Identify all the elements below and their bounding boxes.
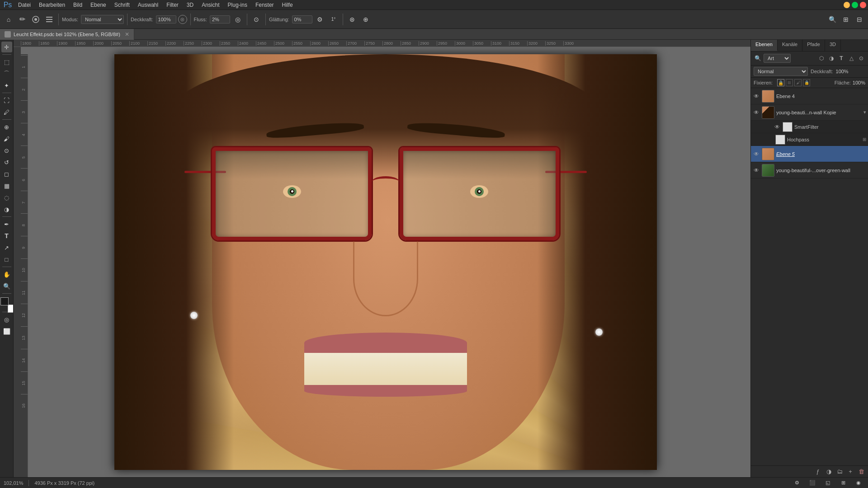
brush-tool[interactable]: 🖌 — [1, 133, 12, 144]
shape-tool[interactable]: □ — [1, 254, 12, 265]
type-tool[interactable]: T — [1, 230, 12, 241]
background-color[interactable] — [8, 305, 14, 313]
pressure-opacity-icon[interactable]: ◎ — [178, 15, 187, 24]
status-icon-4[interactable]: ⊞ — [837, 477, 849, 488]
menu-bearbeiten[interactable]: Bearbeiten — [35, 1, 69, 9]
path-selection-tool[interactable]: ↗ — [1, 242, 12, 253]
tab-kanale[interactable]: Kanäle — [778, 40, 802, 51]
visibility-ebene4[interactable]: 👁 — [753, 93, 760, 100]
brush-options-icon[interactable] — [43, 14, 55, 25]
search-icon[interactable]: 🔍 — [826, 14, 838, 25]
marquee-tool[interactable]: ⬚ — [1, 56, 12, 67]
status-icon-5[interactable]: ◉ — [853, 477, 864, 488]
menu-bild[interactable]: Bild — [70, 1, 86, 9]
zoom-tool[interactable]: 🔍 — [1, 281, 12, 291]
layer-young-kopie[interactable]: 👁 young-beauti...n-wall Kopie ▾ — [751, 104, 868, 121]
menu-fenster[interactable]: Fenster — [252, 1, 278, 9]
new-fill-button[interactable]: ◑ — [824, 467, 834, 476]
eyedropper-tool[interactable]: 🖊 — [1, 107, 12, 117]
dodge-tool[interactable]: ◑ — [1, 204, 12, 215]
airbrush-icon[interactable]: ⊙ — [250, 14, 262, 25]
sublayer-smartfilter[interactable]: 👁 SmartFilter — [751, 121, 868, 133]
maximize-button[interactable]: □ — [852, 2, 858, 8]
brush-angle-icon[interactable]: 1° — [328, 14, 340, 25]
pressure-size-icon[interactable]: ⊕ — [360, 14, 372, 25]
eraser-tool[interactable]: ◻ — [1, 169, 12, 179]
gradient-tool[interactable]: ▦ — [1, 180, 12, 191]
tab-ebenen[interactable]: Ebenen — [751, 40, 778, 51]
new-layer-button[interactable]: + — [845, 467, 855, 476]
pressure-flow-icon[interactable]: ◎ — [232, 14, 244, 25]
menu-auswahl[interactable]: Auswahl — [134, 1, 162, 9]
move-tool[interactable]: ✛ — [1, 42, 12, 52]
filter-adj-icon[interactable]: ◑ — [827, 54, 835, 62]
minimize-button[interactable]: — — [844, 2, 850, 8]
menu-hilfe[interactable]: Hilfe — [278, 1, 297, 9]
app-icon[interactable]: Ps — [2, 0, 14, 11]
flow-input[interactable] — [210, 15, 230, 23]
opacity-input[interactable] — [156, 15, 176, 23]
menu-filter[interactable]: Filter — [163, 1, 182, 9]
clone-stamp-tool[interactable]: ⊙ — [1, 145, 12, 156]
layer-young-original[interactable]: 👁 young-beautiful-...over-green-wall — [751, 162, 868, 178]
symmetry-icon[interactable]: ⊛ — [346, 14, 358, 25]
menu-plugins[interactable]: Plug-ins — [224, 1, 251, 9]
visibility-ebene5[interactable]: 👁 — [753, 150, 760, 158]
close-button[interactable]: ✕ — [860, 2, 866, 8]
menu-schrift[interactable]: Schrift — [111, 1, 133, 9]
workspace-icon[interactable]: ⊟ — [854, 14, 865, 25]
home-icon[interactable]: ⌂ — [3, 14, 14, 25]
pen-tool[interactable]: ✒ — [1, 219, 12, 230]
status-icon-3[interactable]: ◱ — [822, 477, 834, 488]
visibility-young-original[interactable]: 👁 — [753, 167, 760, 174]
layer-filter-type[interactable]: Art Name Effekt — [764, 54, 791, 63]
visibility-smartfilter[interactable]: 👁 — [774, 123, 781, 131]
zoom-control-icon[interactable]: ⊞ — [840, 14, 852, 25]
filter-shape-icon[interactable]: △ — [847, 54, 855, 62]
menu-ansicht[interactable]: Ansicht — [198, 1, 223, 9]
lasso-tool[interactable]: ⌒ — [1, 68, 12, 79]
delete-layer-button[interactable]: 🗑 — [856, 467, 866, 476]
smoothing-input[interactable] — [292, 15, 312, 23]
menu-3d[interactable]: 3D — [183, 1, 197, 9]
history-brush-tool[interactable]: ↺ — [1, 157, 12, 168]
lock-all-icon[interactable]: 🔒 — [803, 79, 810, 86]
blend-mode-select[interactable]: Normal Multiplizieren Abdunkeln Aufhelle… — [81, 15, 124, 24]
screen-mode-tool[interactable]: ⬜ — [1, 326, 12, 337]
visibility-young-kopie[interactable]: 👁 — [753, 109, 760, 116]
lock-transparent-icon[interactable]: ⊞ — [786, 79, 793, 86]
new-style-button[interactable]: ƒ — [813, 467, 823, 476]
search-filter-icon[interactable]: 🔍 — [754, 54, 762, 62]
blur-tool[interactable]: ◌ — [1, 192, 12, 203]
expand-icon-young-kopie[interactable]: ▾ — [863, 109, 866, 115]
new-group-button[interactable]: 🗂 — [835, 467, 844, 476]
document-tab[interactable]: Leucht Effekt.psdc bei 102% (Ebene 5, RG… — [0, 29, 134, 40]
status-icon-1[interactable]: ⚙ — [791, 477, 803, 488]
healing-tool[interactable]: ⊕ — [1, 122, 12, 132]
sublayer-hochpass[interactable]: Hochpass ⊞ — [751, 133, 868, 146]
filter-pixel-icon[interactable]: ⬡ — [817, 54, 826, 62]
magic-wand-tool[interactable]: ✦ — [1, 80, 12, 91]
lock-position-icon[interactable]: 🔒 — [777, 79, 784, 86]
quick-mask-tool[interactable]: ◎ — [1, 314, 12, 325]
filter-smart-icon[interactable]: ⊙ — [857, 54, 865, 62]
tab-pfade[interactable]: Pfade — [802, 40, 825, 51]
lock-image-icon[interactable]: 🖌 — [794, 79, 802, 86]
hand-tool[interactable]: ✋ — [1, 269, 12, 280]
color-pair[interactable] — [0, 297, 13, 310]
canvas-area[interactable]: 1 2 3 4 5 6 7 8 9 10 11 12 13 14 15 16 — [21, 47, 750, 477]
menu-datei[interactable]: Datei — [14, 1, 34, 9]
foreground-color[interactable] — [0, 297, 9, 305]
layer-ebene4[interactable]: 👁 Ebene 4 — [751, 88, 868, 104]
brush-tool-icon[interactable]: ✏ — [16, 14, 28, 25]
menu-ebene[interactable]: Ebene — [87, 1, 110, 9]
status-icon-2[interactable]: ⬛ — [807, 477, 818, 488]
tab-3d[interactable]: 3D — [825, 40, 841, 51]
document-tab-close[interactable]: ✕ — [125, 31, 129, 38]
layer-ebene5[interactable]: 👁 Ebene 5 — [751, 146, 868, 162]
brush-preset-icon[interactable] — [30, 14, 42, 25]
filter-type-icon[interactable]: T — [837, 54, 845, 62]
crop-tool[interactable]: ⛶ — [1, 95, 12, 106]
layer-blend-mode[interactable]: Normal Multiplizieren — [754, 67, 808, 76]
smoothing-settings-icon[interactable]: ⚙ — [314, 14, 326, 25]
